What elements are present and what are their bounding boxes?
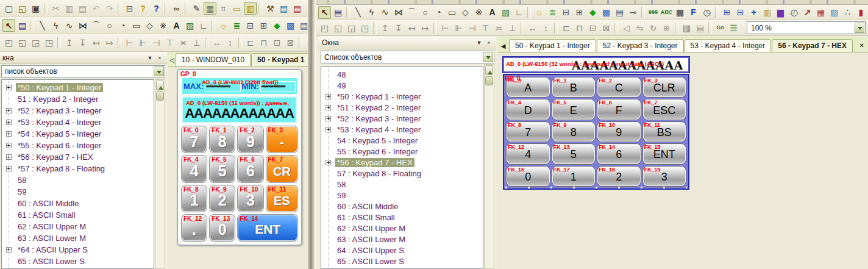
bit-lamp-icon[interactable]: ☼ [533,6,546,19]
bar-graph-icon[interactable]: ▆ [774,6,787,19]
ascii-value-icon[interactable]: ABC [660,6,673,19]
polyline-tool-icon[interactable]: ϟ [49,19,62,32]
object-list-item-label[interactable]: 59 [335,191,347,200]
editor-tab[interactable]: 50 - Keypad 1 - Integer [509,39,596,52]
keypad-key[interactable]: FK_16 0 [507,167,550,186]
align-bottom-icon[interactable]: ⊥ [506,21,519,34]
open-folder-icon[interactable]: ◱ [16,2,29,15]
keypad-key[interactable]: FK_0 7 [182,126,207,152]
burst-tool-icon[interactable]: ※ [472,6,485,19]
frame-tool-icon[interactable]: ∟ [197,19,210,32]
fit-top-icon[interactable]: ↥ [379,21,391,34]
context-help-icon[interactable]: ? [150,2,163,15]
object-list-item[interactable]: *52 : Keypad 3 - Integer [321,113,483,124]
redo-icon[interactable]: ↷ [103,2,116,15]
circle-tool-icon[interactable]: ○ [103,19,116,32]
object-list-item-label[interactable]: *52 : Keypad 3 - Integer [335,114,422,123]
scroll-thumb[interactable] [156,91,164,101]
tab-close-button[interactable]: × [860,41,868,52]
same-width-icon[interactable]: ↔ [210,37,223,49]
keypad-key[interactable]: FK_3 - [266,126,297,152]
object-list-item[interactable]: 62 : ASCII Upper M [321,223,483,234]
fit-bottom-icon[interactable]: ↧ [76,37,89,49]
align-top-icon[interactable]: ⊤ [163,37,176,49]
same-height-icon[interactable]: ↕ [539,21,552,34]
same-size-icon[interactable]: ⊡ [271,37,283,49]
object-list-item-label[interactable]: 59 [16,187,28,196]
keypad-key[interactable]: FK_6 6 [238,156,263,182]
keypad-key[interactable]: FK_19 3 [643,167,686,186]
expand-plus-icon[interactable] [6,247,12,253]
panel-collapse-button[interactable]: ▼ [145,53,155,62]
object-list-item-label[interactable]: *56 : Keypad 7 - HEX [16,152,95,162]
align-center-icon[interactable]: ⊩ [452,21,465,34]
bring-to-front-icon[interactable]: ◰ [318,21,331,34]
rect-tool-icon[interactable]: ▭ [446,6,458,19]
numeric-value-icon[interactable]: 999 [647,6,660,19]
object-list-item-label[interactable]: 65 : ASCII Lower S [335,257,406,266]
object-list-item-label[interactable]: 55 : Keypad 6 - Integer [335,147,419,156]
system-tools-icon[interactable]: ⚒ [264,2,277,15]
function-f-icon[interactable]: F [687,6,700,19]
object-list-item[interactable]: *50 : Keypad 1 - Integer [2,82,154,93]
align-right-icon[interactable]: ⊣ [150,37,163,49]
rebuild-icon[interactable]: ▤ [291,2,304,15]
tab-scroll-left-button[interactable]: ◁ [169,57,174,66]
object-list-item[interactable]: 63 : ASCII Lower M [321,234,483,245]
save-icon[interactable]: ▣ [29,2,42,15]
object-list-item[interactable]: 54 : Keypad 5 - Integer [321,135,483,146]
keypad-key[interactable]: FK_11 ES [266,185,297,212]
spline-tool-icon[interactable]: ∿ [63,19,76,32]
object-list-item-label[interactable]: 54 : Keypad 5 - Integer [335,136,419,145]
word-lamp-icon[interactable]: ≣ [230,19,243,32]
keypad-key[interactable]: FK_4 D [507,99,550,119]
cascade-windows-icon[interactable]: ▥ [244,2,257,15]
rect-tool-icon[interactable]: ▭ [130,19,143,32]
keypad-key[interactable]: FK_5 E [552,99,596,119]
object-list-item[interactable]: 51 : Keypad 2 - Integer [2,93,154,105]
keypad-window-object[interactable]: GP_0 MAX: ########## MIN: ########## AD_… [177,69,302,246]
rotate-icon[interactable]: ↻ [647,21,660,34]
object-list-item-label[interactable]: 51 : Keypad 2 - Integer [16,95,100,104]
set-word-icon[interactable]: ⊞ [257,19,270,32]
object-list-item-label[interactable]: *53 : Keypad 4 - Integer [16,118,103,127]
pin-icon[interactable]: ⊕ [660,21,673,34]
copy-icon[interactable]: ▥ [63,2,76,15]
editor-tab[interactable]: 53 - Keypad 4 - Integer [685,39,772,52]
object-list-item[interactable]: *51 : Keypad 2 - Integer [321,102,483,113]
panel-collapse-button[interactable]: ▼ [474,38,484,48]
line-tool-icon[interactable]: ╲ [352,6,365,19]
object-list-item[interactable]: 65 : ASCII Lower S [2,256,154,267]
history-table-icon[interactable]: ▦ [814,6,827,19]
object-list-item-label[interactable]: *57 : Keypad 8 - Floating [16,164,107,173]
same-size-width-icon[interactable]: ⊏ [244,37,257,49]
same-width-icon[interactable]: ↔ [526,21,539,34]
expand-plus-icon[interactable] [6,154,12,160]
editor-tab[interactable]: 52 - Keypad 3 - Integer [597,39,684,52]
scroll-up-button[interactable] [156,81,164,90]
print-icon[interactable]: ⊟ [123,2,136,15]
object-list-item[interactable]: 62 : ASCII Upper M [2,221,154,232]
expand-plus-icon[interactable] [6,108,12,113]
keypad-key[interactable]: FK_14 ENT [238,215,297,241]
object-list-item[interactable]: *56 : Keypad 7 - HEX [321,157,483,168]
right-editor-canvas[interactable]: AAAAAAAAAAAA AD_0 (LW-9150 (32 words) : … [497,52,868,269]
object-list-item[interactable]: 59 [321,190,483,201]
keypad-key[interactable]: FK_15 ENT [643,144,686,163]
object-list-item[interactable]: 58 [2,174,154,186]
object-list-item[interactable]: 61 : ASCII Small [2,209,154,221]
keypad-key[interactable]: FK_13 0 [210,215,235,241]
same-size-height-icon[interactable]: ⊓ [257,37,270,49]
panel-close-button[interactable]: × [155,53,165,62]
fit-left-icon[interactable]: ↤ [405,21,418,34]
expand-plus-icon[interactable] [6,166,12,171]
burst-tool-icon[interactable]: ※ [157,19,169,32]
bit-lamp-icon[interactable]: ☼ [217,19,230,32]
barcode-icon[interactable]: ▩ [674,6,686,19]
hex-keypad-window-object[interactable]: AAAAAAAAAAAA AD_0 (LW-9150 (32 words) : … [503,57,689,190]
same-size-icon[interactable]: ⊡ [586,21,599,34]
picture-tool-icon[interactable]: ▧ [499,6,512,19]
object-list-item[interactable]: 60 : ASCII Middle [321,201,483,212]
fit-top-icon[interactable]: ↥ [63,37,76,49]
object-list-item[interactable]: 48 [321,69,483,80]
